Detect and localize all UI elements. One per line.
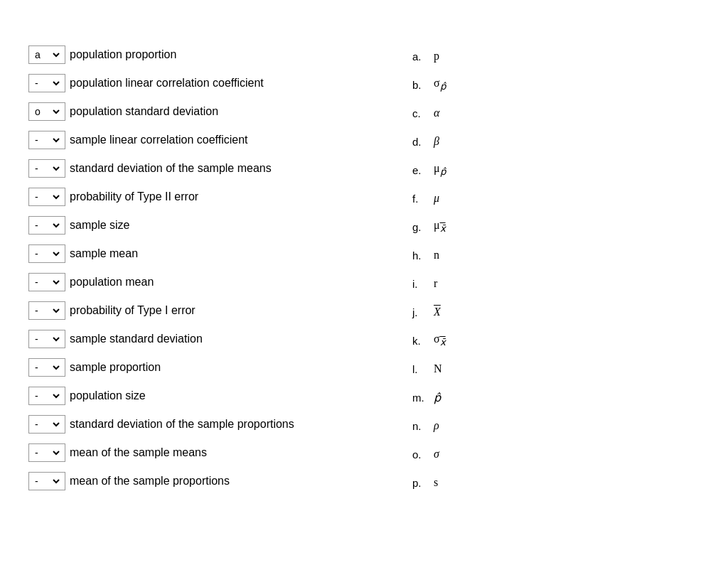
dropdown-select-5[interactable]: -abcdefghijklmnop <box>32 162 62 175</box>
left-label-13: population size <box>70 389 146 402</box>
right-column: a.pb.σp̂c.αd.βe.μp̂f.μg.μx̄h.ni.rj.Xk.σx… <box>384 43 446 495</box>
match-dropdown-10[interactable]: -abcdefghijklmnop <box>28 301 65 320</box>
right-letter-7: g. <box>412 221 434 233</box>
left-label-7: sample size <box>70 219 129 232</box>
right-symbol-2: σp̂ <box>434 77 446 92</box>
dropdown-select-1[interactable]: -abcdefghijklmnop <box>32 48 62 61</box>
right-symbol-7: μx̄ <box>434 219 446 235</box>
right-letter-16: p. <box>412 477 434 489</box>
left-row: -abcdefghijklmnoppopulation linear corre… <box>28 71 384 95</box>
match-dropdown-13[interactable]: -abcdefghijklmnop <box>28 387 65 405</box>
match-dropdown-5[interactable]: -abcdefghijklmnop <box>28 159 65 178</box>
dropdown-select-16[interactable]: -abcdefghijklmnop <box>32 475 62 488</box>
right-row-16: p.s <box>412 470 446 495</box>
left-row: -abcdefghijklmnopsample proportion <box>28 355 384 380</box>
left-label-8: sample mean <box>70 247 138 260</box>
right-row-4: d.β <box>412 129 446 154</box>
left-label-11: sample standard deviation <box>70 333 203 345</box>
right-letter-11: k. <box>412 335 434 347</box>
right-symbol-10: X <box>434 306 441 318</box>
left-row: -abcdefghijklmnoppopulation proportion <box>28 43 384 67</box>
match-dropdown-9[interactable]: -abcdefghijklmnop <box>28 273 65 291</box>
right-row-1: a.p <box>412 44 446 68</box>
left-label-4: sample linear correlation coefficient <box>70 134 248 146</box>
right-symbol-5: μp̂ <box>434 162 446 178</box>
right-letter-9: i. <box>412 278 434 290</box>
right-letter-10: j. <box>412 306 434 318</box>
match-dropdown-7[interactable]: -abcdefghijklmnop <box>28 216 65 235</box>
right-symbol-4: β <box>434 135 439 148</box>
match-dropdown-14[interactable]: -abcdefghijklmnop <box>28 415 65 434</box>
dropdown-select-4[interactable]: -abcdefghijklmnop <box>32 134 62 146</box>
right-row-6: f.μ <box>412 186 446 210</box>
dropdown-select-12[interactable]: -abcdefghijklmnop <box>32 361 62 374</box>
left-row: -abcdefghijklmnopsample size <box>28 213 384 237</box>
left-row: -abcdefghijklmnopmean of the sample prop… <box>28 469 384 493</box>
right-row-11: k.σx̄ <box>412 328 446 353</box>
right-symbol-16: s <box>434 476 438 489</box>
right-symbol-12: N <box>434 362 442 375</box>
dropdown-select-3[interactable]: -abcdefghijklmnop <box>32 105 62 118</box>
dropdown-select-9[interactable]: -abcdefghijklmnop <box>32 276 62 289</box>
left-row: -abcdefghijklmnopstandard deviation of t… <box>28 156 384 181</box>
right-letter-13: m. <box>412 392 434 404</box>
right-letter-14: n. <box>412 420 434 432</box>
match-dropdown-2[interactable]: -abcdefghijklmnop <box>28 74 65 92</box>
left-row: -abcdefghijklmnopprobability of Type I e… <box>28 298 384 323</box>
left-label-5: standard deviation of the sample means <box>70 162 272 175</box>
right-letter-8: h. <box>412 249 434 262</box>
left-label-12: sample proportion <box>70 361 161 374</box>
right-letter-6: f. <box>412 193 434 205</box>
match-dropdown-12[interactable]: -abcdefghijklmnop <box>28 358 65 377</box>
right-row-12: l.N <box>412 357 446 381</box>
match-dropdown-15[interactable]: -abcdefghijklmnop <box>28 443 65 462</box>
match-dropdown-11[interactable]: -abcdefghijklmnop <box>28 330 65 348</box>
dropdown-select-10[interactable]: -abcdefghijklmnop <box>32 304 62 317</box>
right-symbol-6: μ <box>434 192 439 205</box>
match-dropdown-6[interactable]: -abcdefghijklmnop <box>28 188 65 206</box>
dropdown-select-7[interactable]: -abcdefghijklmnop <box>32 219 62 232</box>
right-symbol-11: σx̄ <box>434 333 446 348</box>
right-row-7: g.μx̄ <box>412 215 446 239</box>
dropdown-select-2[interactable]: -abcdefghijklmnop <box>32 77 62 90</box>
match-dropdown-16[interactable]: -abcdefghijklmnop <box>28 472 65 490</box>
right-row-10: j.X <box>412 300 446 324</box>
match-dropdown-8[interactable]: -abcdefghijklmnop <box>28 244 65 263</box>
right-letter-12: l. <box>412 363 434 375</box>
right-letter-5: e. <box>412 164 434 176</box>
left-row: -abcdefghijklmnopsample linear correlati… <box>28 128 384 152</box>
left-row: -abcdefghijklmnopmean of the sample mean… <box>28 441 384 465</box>
left-label-15: mean of the sample means <box>70 446 207 459</box>
right-row-14: n.ρ <box>412 414 446 438</box>
left-row: -abcdefghijklmnoppopulation size <box>28 384 384 408</box>
dropdown-select-6[interactable]: -abcdefghijklmnop <box>32 190 62 203</box>
right-letter-15: o. <box>412 448 434 461</box>
dropdown-select-11[interactable]: -abcdefghijklmnop <box>32 333 62 345</box>
left-label-14: standard deviation of the sample proport… <box>70 418 294 431</box>
match-dropdown-4[interactable]: -abcdefghijklmnop <box>28 131 65 149</box>
left-row: -abcdefghijklmnopsample mean <box>28 242 384 266</box>
right-row-2: b.σp̂ <box>412 72 446 97</box>
right-letter-2: b. <box>412 79 434 91</box>
dropdown-select-15[interactable]: -abcdefghijklmnop <box>32 446 62 459</box>
right-symbol-3: α <box>434 107 439 119</box>
right-row-5: e.μp̂ <box>412 158 446 182</box>
left-column: -abcdefghijklmnoppopulation proportion-a… <box>28 43 384 495</box>
match-dropdown-3[interactable]: -abcdefghijklmnop <box>28 102 65 121</box>
left-label-6: probability of Type II error <box>70 190 198 203</box>
right-symbol-14: ρ <box>434 419 439 432</box>
left-label-16: mean of the sample proportions <box>70 475 230 488</box>
left-row: -abcdefghijklmnopprobability of Type II … <box>28 185 384 209</box>
left-label-9: population mean <box>70 276 154 289</box>
left-row: -abcdefghijklmnopstandard deviation of t… <box>28 412 384 436</box>
right-symbol-15: σ <box>434 448 439 461</box>
right-symbol-9: r <box>434 277 437 290</box>
right-symbol-1: p <box>434 50 439 63</box>
dropdown-select-14[interactable]: -abcdefghijklmnop <box>32 418 62 431</box>
dropdown-select-13[interactable]: -abcdefghijklmnop <box>32 389 62 402</box>
right-letter-3: c. <box>412 107 434 119</box>
dropdown-select-8[interactable]: -abcdefghijklmnop <box>32 247 62 260</box>
right-symbol-8: n <box>434 249 439 262</box>
match-dropdown-1[interactable]: -abcdefghijklmnop <box>28 45 65 64</box>
left-label-2: population linear correlation coefficien… <box>70 77 264 90</box>
